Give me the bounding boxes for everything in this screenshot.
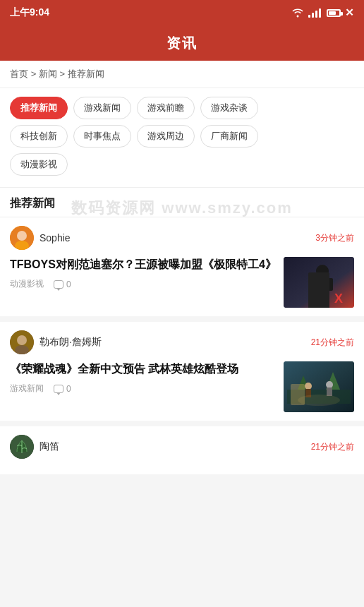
avatar [10,435,34,459]
news-item-author: 陶笛 [10,435,59,459]
comment-icon [54,280,63,289]
author-name: 勒布朗·詹姆斯 [40,336,102,349]
category-tag-manufacturer[interactable]: 厂商新闻 [200,125,258,148]
top-nav: 资讯 [0,25,364,61]
news-item-title: 《荣耀战魂》全新中文预告 武林英雄炫酷登场 [10,361,277,377]
news-thumbnail: X [284,257,354,308]
news-item-meta: 勒布朗·詹姆斯 21分钟之前 [10,330,354,354]
section-header: 推荐新闻 [0,188,364,217]
category-tag-game-preview[interactable]: 游戏前瞻 [137,97,195,119]
status-bar: 上午9:04 ✕ [0,0,364,25]
svg-point-18 [326,381,333,388]
author-name: 陶笛 [40,440,59,453]
news-item-meta: Sophie 3分钟之前 [10,226,354,250]
svg-rect-6 [312,278,317,291]
author-name: Sophie [40,232,71,244]
comment-count: 0 [66,280,71,289]
signal-icon [308,8,321,18]
battery-icon [327,9,341,17]
page-title: 资讯 [166,34,198,53]
category-tag-game-peripherals[interactable]: 游戏周边 [137,125,195,148]
wifi-icon [291,8,304,18]
close-icon[interactable]: ✕ [345,6,354,19]
breadcrumb-news[interactable]: 新闻 [39,68,57,79]
svg-rect-5 [317,277,328,296]
comment-icon [54,385,63,393]
svg-rect-7 [327,278,333,291]
svg-point-20 [298,395,340,406]
news-item-category: 游戏新闻 [10,383,44,395]
avatar [10,330,34,354]
category-tag-current-affairs[interactable]: 时事焦点 [73,125,131,148]
svg-rect-19 [327,387,332,396]
news-item[interactable]: 勒布朗·詹姆斯 21分钟之前 《荣耀战魂》全新中文预告 武林英雄炫酷登场 游戏新… [0,322,364,421]
news-item-text: TFBOYS对刚范迪塞尔？王源被曝加盟《极限特工4》 动漫影视 0 [10,257,277,290]
avatar [10,226,34,250]
news-item-author: 勒布朗·詹姆斯 [10,330,102,354]
avatar-image [10,435,34,459]
comment-count: 0 [66,384,71,394]
news-item-text: 《荣耀战魂》全新中文预告 武林英雄炫酷登场 游戏新闻 0 [10,361,277,395]
svg-point-10 [17,335,27,345]
avatar-image [10,330,34,354]
svg-point-16 [305,383,312,390]
category-row-3: 动漫影视 [10,153,354,176]
breadcrumb: 首页 > 新闻 > 推荐新闻 [0,61,364,88]
news-item[interactable]: Sophie 3分钟之前 TFBOYS对刚范迪塞尔？王源被曝加盟《极限特工4》 … [0,217,364,316]
status-icons: ✕ [291,6,354,19]
news-item-body: TFBOYS对刚范迪塞尔？王源被曝加盟《极限特工4》 动漫影视 0 [10,257,354,308]
news-item-title: TFBOYS对刚范迪塞尔？王源被曝加盟《极限特工4》 [10,257,277,272]
news-time: 3分钟之前 [315,232,354,244]
svg-point-1 [17,231,27,241]
breadcrumb-current: 推荐新闻 [68,68,104,79]
news-list: Sophie 3分钟之前 TFBOYS对刚范迪塞尔？王源被曝加盟《极限特工4》 … [0,217,364,474]
category-row-2: 科技创新 时事焦点 游戏周边 厂商新闻 [10,125,354,148]
status-time: 上午9:04 [10,6,49,19]
svg-rect-3 [284,257,354,308]
news-item-comments: 0 [54,384,71,394]
category-tag-tech[interactable]: 科技创新 [10,125,68,148]
news-item-footer: 动漫影视 0 [10,278,277,290]
category-tag-recommended[interactable]: 推荐新闻 [10,97,68,119]
breadcrumb-home[interactable]: 首页 [10,68,28,79]
news-item-comments: 0 [54,280,71,289]
svg-point-4 [316,265,329,277]
news-item-category: 动漫影视 [10,278,44,290]
news-item-footer: 游戏新闻 0 [10,383,277,395]
category-tag-game-news[interactable]: 游戏新闻 [73,97,131,119]
news-item[interactable]: 陶笛 21分钟之前 [0,426,364,474]
svg-text:X: X [334,292,343,306]
category-tag-game-talk[interactable]: 游戏杂谈 [200,97,258,119]
category-area: 推荐新闻 游戏新闻 游戏前瞻 游戏杂谈 科技创新 时事焦点 游戏周边 厂商新闻 … [0,88,364,188]
breadcrumb-sep1: > [31,68,39,79]
news-item-body: 《荣耀战魂》全新中文预告 武林英雄炫酷登场 游戏新闻 0 [10,361,354,412]
news-item-meta: 陶笛 21分钟之前 [10,435,354,459]
news-time: 21分钟之前 [311,337,354,349]
news-item-author: Sophie [10,226,71,250]
breadcrumb-sep2: > [59,68,67,79]
category-tag-anime[interactable]: 动漫影视 [10,153,68,176]
news-thumbnail [284,361,354,412]
category-row-1: 推荐新闻 游戏新闻 游戏前瞻 游戏杂谈 [10,97,354,119]
avatar-image [10,226,34,250]
section-title: 推荐新闻 [10,197,55,209]
news-time: 21分钟之前 [311,441,354,453]
